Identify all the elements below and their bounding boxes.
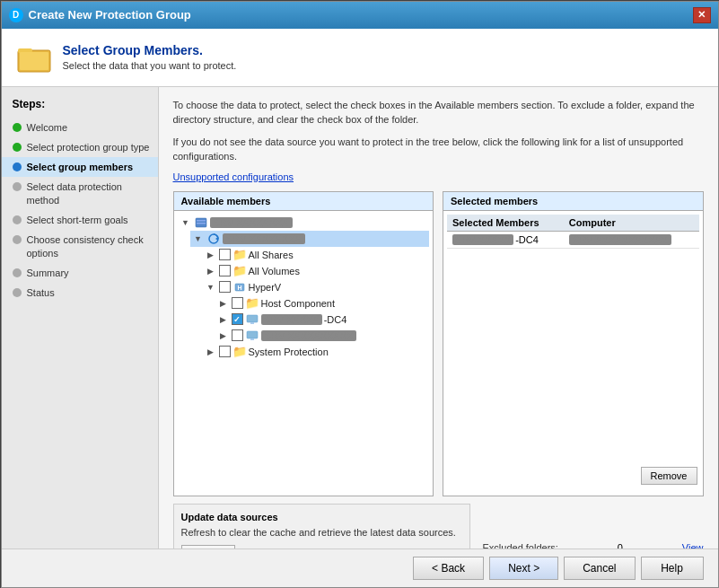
- checkbox-hyperv[interactable]: [219, 281, 231, 293]
- checkbox-sysprotect[interactable]: [219, 346, 231, 357]
- sidebar-item-short-term[interactable]: Select short-term goals: [2, 210, 158, 230]
- checkbox-srv2[interactable]: [232, 329, 243, 341]
- step-dot-status: [13, 288, 22, 297]
- hyperv-icon: H: [232, 280, 247, 294]
- sidebar-item-data-protection[interactable]: Select data protection method: [2, 177, 158, 210]
- step-dot-type: [13, 143, 22, 152]
- tree-item-srv2[interactable]: ▶ SRV-XXXXXXXXXX: [215, 328, 430, 344]
- tree-item-dc4[interactable]: ▶ ✓ SRV-XXXXX-DC4: [215, 312, 430, 328]
- tree-item-shares-label: All Shares: [249, 250, 294, 260]
- checkbox-shares[interactable]: [219, 249, 231, 260]
- info-text-1: To choose the data to protect, select th…: [173, 98, 704, 127]
- available-members-body[interactable]: ▼ SRV-XXXXXXXX: [174, 211, 434, 496]
- remove-btn-container: Remove: [443, 463, 703, 496]
- tree-item-host-label: Host Component: [261, 298, 336, 309]
- table-row: SRV-XXXXX-DC4 SRV-XXXXXXXXXXX: [447, 231, 699, 248]
- tree-item-srv2-label: SRV-XXXXXXXXXX: [261, 330, 357, 341]
- sidebar-item-summary[interactable]: Summary: [2, 263, 158, 283]
- folder-icon-shares: 📁: [232, 248, 247, 262]
- tree-item-sysprotect[interactable]: ▶ 📁 System Protection: [203, 344, 430, 360]
- folder-icon-volumes: 📁: [232, 264, 247, 278]
- tree-item-srv[interactable]: ▼ SRV-XXXXXXXX: [190, 231, 430, 247]
- close-button[interactable]: ✕: [693, 7, 711, 23]
- tree-item-dc4-label: SRV-XXXXX-DC4: [261, 314, 347, 325]
- svg-rect-12: [247, 331, 258, 338]
- excluded-section: Excluded folders: 0 View Excluded file t…: [479, 504, 704, 549]
- sidebar-item-group-members[interactable]: Select group members: [2, 157, 158, 177]
- refresh-icon: [206, 232, 221, 246]
- expander-dc4[interactable]: ▶: [217, 313, 230, 326]
- expander-shares[interactable]: ▶: [205, 249, 217, 261]
- step-dot-consistency: [13, 235, 22, 244]
- expander-host[interactable]: ▶: [217, 297, 230, 310]
- bottom-section: Update data sources Refresh to clear the…: [173, 504, 704, 549]
- unsupported-link[interactable]: Unsupported configurations: [173, 171, 704, 182]
- tree-item-hyperv[interactable]: ▼ H HyperV: [203, 279, 430, 295]
- expander-volumes[interactable]: ▶: [205, 265, 217, 277]
- main-content: Steps: Welcome Select protection group t…: [2, 87, 718, 549]
- col-header-member: Selected Members: [447, 215, 564, 232]
- tree-item-srv-label: SRV-XXXXXXXX: [223, 233, 305, 244]
- panels-row: Available members ▼: [173, 191, 704, 496]
- step-dot-members: [13, 162, 22, 171]
- svg-rect-4: [197, 220, 206, 222]
- tree-item-root[interactable]: ▼ SRV-XXXXXXXX: [178, 215, 430, 231]
- member-computer: SRV-XXXXXXXXXXX: [564, 231, 699, 248]
- tree-item-sysprotect-label: System Protection: [249, 347, 329, 357]
- expander-sysprotect[interactable]: ▶: [205, 346, 217, 358]
- tree-item-shares[interactable]: ▶ 📁 All Shares: [203, 247, 430, 263]
- header-title: Select Group Members.: [63, 43, 237, 57]
- checkbox-dc4[interactable]: ✓: [232, 313, 243, 325]
- step-dot-shortterm: [13, 215, 22, 224]
- title-bar: D Create New Protection Group ✕: [2, 2, 718, 29]
- selected-members-panel: Selected members Selected Members Comput…: [443, 191, 704, 496]
- svg-rect-5: [197, 223, 206, 224]
- tree-item-hyperv-label: HyperV: [249, 282, 282, 293]
- help-button[interactable]: Help: [641, 557, 704, 580]
- cancel-button[interactable]: Cancel: [564, 557, 635, 580]
- header-folder-icon: [16, 39, 52, 75]
- checkbox-volumes[interactable]: [219, 265, 231, 276]
- excluded-folders-label: Excluded folders:: [483, 542, 558, 549]
- back-button[interactable]: < Back: [413, 557, 484, 580]
- available-members-header: Available members: [174, 192, 434, 211]
- svg-rect-11: [250, 322, 254, 324]
- title-bar-left: D Create New Protection Group: [9, 8, 191, 22]
- expander-srv[interactable]: ▼: [192, 233, 205, 245]
- tree-item-volumes-label: All Volumes: [249, 266, 300, 276]
- checkbox-host[interactable]: [232, 297, 243, 309]
- dialog-window: D Create New Protection Group ✕ Select G…: [1, 1, 719, 588]
- next-button[interactable]: Next >: [489, 557, 558, 580]
- info-text-2: If you do not see the data source you wa…: [173, 135, 704, 164]
- folder-icon-host: 📁: [245, 296, 259, 311]
- member-name: SRV-XXXXX-DC4: [447, 231, 564, 248]
- sidebar-item-status[interactable]: Status: [2, 283, 158, 303]
- svg-rect-10: [247, 315, 258, 322]
- remove-button[interactable]: Remove: [641, 467, 697, 485]
- content-area: To choose the data to protect, select th…: [159, 87, 718, 549]
- available-members-panel: Available members ▼: [173, 191, 434, 496]
- header-text: Select Group Members. Select the data th…: [63, 43, 237, 71]
- sidebar: Steps: Welcome Select protection group t…: [2, 87, 159, 549]
- server-icon-root: [194, 215, 208, 230]
- vm-icon-srv2: [245, 329, 259, 343]
- view-link[interactable]: View: [682, 542, 704, 549]
- svg-rect-13: [250, 338, 254, 340]
- expander-root[interactable]: ▼: [180, 216, 192, 229]
- step-dot-summary: [13, 268, 22, 277]
- selected-table: Selected Members Computer SRV-XXXXX-DC4: [447, 215, 699, 249]
- col-header-computer: Computer: [564, 215, 699, 232]
- vm-icon-dc4: [245, 312, 259, 327]
- header-subtitle: Select the data that you want to protect…: [63, 60, 237, 71]
- expander-srv2[interactable]: ▶: [217, 329, 230, 342]
- tree-item-volumes[interactable]: ▶ 📁 All Volumes: [203, 263, 430, 279]
- sidebar-item-consistency[interactable]: Choose consistency check options: [2, 230, 158, 263]
- sidebar-item-protection-group-type[interactable]: Select protection group type: [2, 137, 158, 157]
- svg-text:H: H: [237, 285, 241, 291]
- expander-hyperv[interactable]: ▼: [205, 281, 217, 294]
- tree-item-host[interactable]: ▶ 📁 Host Component: [215, 295, 430, 312]
- header-section: Select Group Members. Select the data th…: [2, 29, 718, 87]
- dialog-title: Create New Protection Group: [29, 8, 191, 22]
- selected-members-body: Selected Members Computer SRV-XXXXX-DC4: [443, 211, 703, 463]
- sidebar-item-welcome[interactable]: Welcome: [2, 118, 158, 137]
